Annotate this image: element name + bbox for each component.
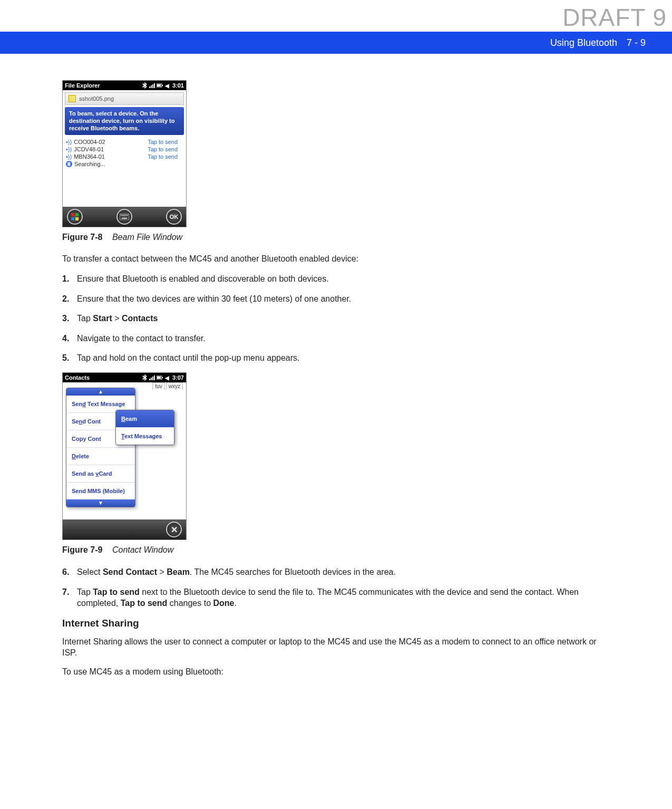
submenu: Beam Text Messages [115, 410, 174, 445]
submenu-text-messages[interactable]: Text Messages [116, 427, 174, 445]
svg-rect-3 [154, 83, 155, 88]
svg-rect-21 [154, 375, 155, 380]
start-button[interactable] [67, 209, 83, 225]
searching-text: Searching... [74, 161, 183, 167]
page-content: File Explorer ◀ 3:01 sshot005.png To bea… [0, 54, 672, 707]
figure-7-9-caption: Figure 7-9 Contact Window [62, 545, 610, 555]
device-row[interactable]: •)) COO004-02 Tap to send [66, 138, 183, 146]
figure-id: Figure 7-9 [62, 545, 102, 554]
menu-send-vcard[interactable]: Send as vCard [66, 465, 135, 482]
menu-scroll-down[interactable]: ▼ [66, 499, 135, 507]
titlebar-time: 3:01 [172, 82, 184, 89]
file-name: sshot005.png [79, 95, 114, 102]
menu-text: Text Message [86, 401, 125, 407]
contact-window-screenshot: Contacts ◀ 3:07 tuv wxyz ▲ S [62, 372, 187, 540]
signal-icon [149, 374, 155, 381]
searching-row: Searching... [66, 160, 183, 168]
submenu-beam[interactable]: Beam [116, 410, 174, 427]
step-text: Tap [77, 314, 93, 323]
keyboard-button[interactable] [116, 209, 132, 225]
alpha-tab[interactable]: tuv [152, 382, 164, 390]
step-1: Ensure that Bluetooth is enabled and dis… [62, 273, 610, 285]
device-row[interactable]: •)) JCDV48-01 Tap to send [66, 146, 183, 153]
step-text: Select [77, 567, 103, 576]
intro-paragraph: To transfer a contact between the MC45 a… [62, 254, 610, 265]
step-text: . [234, 599, 236, 608]
svg-rect-16 [127, 215, 128, 216]
titlebar-time: 3:07 [172, 374, 184, 381]
menu-text: Send as [72, 470, 95, 477]
svg-rect-24 [157, 377, 161, 379]
svg-rect-13 [122, 215, 123, 216]
close-icon: ✕ [171, 525, 178, 535]
svg-rect-14 [124, 215, 125, 216]
softkey-bar: ✕ [63, 519, 186, 540]
step-3: Tap Start > Contacts [62, 313, 610, 324]
device-list: •)) COO004-02 Tap to send •)) JCDV48-01 … [63, 137, 186, 170]
watermark: DRAFT 9 [562, 3, 667, 32]
speaker-icon: ◀ [164, 82, 170, 89]
battery-icon [157, 374, 163, 381]
device-signal-icon: •)) [66, 146, 72, 152]
step-bold: Send Contact [103, 567, 157, 576]
battery-icon [157, 82, 163, 89]
menu-delete[interactable]: Delete [66, 447, 135, 465]
page-header: Using Bluetooth 7 - 9 [0, 32, 672, 54]
file-icon [69, 95, 76, 102]
steps-list-1: Ensure that Bluetooth is enabled and dis… [62, 273, 610, 364]
svg-rect-5 [162, 85, 163, 86]
device-row[interactable]: •)) MBN364-01 Tap to send [66, 153, 183, 160]
step-5: Tap and hold on the contact until the po… [62, 352, 610, 364]
menu-text: d Cont [82, 418, 101, 425]
context-menu: ▲ Send Text Message Send Cont Copy Cont … [66, 388, 135, 507]
svg-rect-11 [120, 214, 129, 220]
menu-hotkey: B [121, 416, 125, 422]
speaker-icon: ◀ [164, 374, 170, 381]
device-signal-icon: •)) [66, 139, 72, 145]
step-bold: Tap to send [121, 599, 168, 608]
selected-file-row: sshot005.png [65, 92, 184, 105]
tap-to-send-link[interactable]: Tap to send [148, 139, 178, 145]
step-6: Select Send Contact > Beam. The MC45 sea… [62, 566, 610, 578]
device-name: COO004-02 [74, 139, 148, 145]
signal-icon [149, 82, 155, 89]
svg-rect-0 [149, 86, 150, 88]
figure-7-8-caption: Figure 7-8 Beam File Window [62, 233, 610, 242]
device-name: MBN364-01 [74, 153, 148, 160]
svg-rect-18 [149, 379, 150, 380]
titlebar: File Explorer ◀ 3:01 [63, 81, 186, 90]
menu-text: Se [72, 418, 79, 425]
contacts-body: tuv wxyz ▲ Send Text Message Send Cont C… [63, 382, 186, 519]
step-bold: Contacts [122, 314, 158, 323]
step-bold: Beam [167, 567, 190, 576]
figure-id: Figure 7-8 [62, 233, 102, 242]
svg-rect-7 [71, 213, 74, 216]
internet-sharing-heading: Internet Sharing [62, 618, 610, 629]
step-bold: Done [213, 599, 234, 608]
step-2: Ensure that the two devices are within 3… [62, 293, 610, 305]
tap-to-send-link[interactable]: Tap to send [148, 153, 178, 160]
close-button[interactable]: ✕ [166, 522, 182, 537]
svg-rect-9 [71, 217, 74, 220]
menu-text: Card [99, 470, 112, 477]
svg-rect-1 [151, 85, 152, 88]
svg-rect-19 [151, 378, 152, 380]
step-text: . The MC45 searches for Bluetooth device… [190, 567, 396, 576]
tap-to-send-link[interactable]: Tap to send [148, 146, 178, 152]
bluetooth-icon [142, 82, 148, 89]
svg-rect-23 [162, 377, 163, 378]
menu-send-mms[interactable]: Send MMS (Mobile) [66, 482, 135, 499]
ok-button[interactable]: OK [166, 209, 182, 225]
step-text: changes to [167, 599, 213, 608]
menu-text: elete [76, 453, 89, 459]
internet-sharing-paragraph: Internet Sharing allows the user to conn… [62, 637, 610, 659]
alpha-tabs: tuv wxyz [152, 382, 183, 390]
step-text: > [112, 314, 122, 323]
menu-scroll-up[interactable]: ▲ [66, 388, 135, 396]
titlebar-app: File Explorer [65, 82, 100, 89]
svg-rect-10 [75, 217, 79, 220]
menu-text: ext Messages [124, 433, 162, 439]
menu-hotkey: d [82, 401, 86, 407]
step-bold: Tap to send [93, 588, 140, 596]
alpha-tab[interactable]: wxyz [166, 382, 183, 390]
